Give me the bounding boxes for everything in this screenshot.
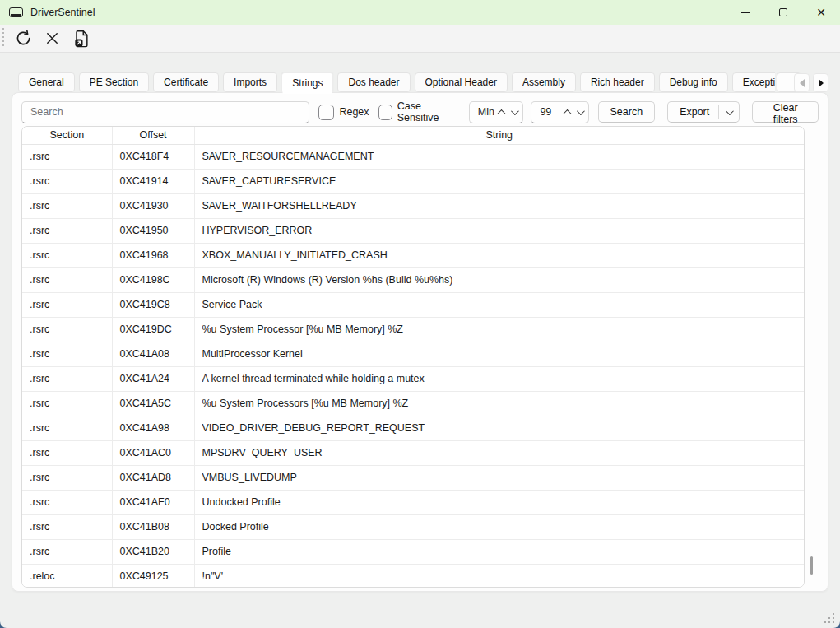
- regex-checkbox[interactable]: [318, 105, 334, 120]
- tab-debug-info[interactable]: Debug info: [659, 72, 728, 92]
- export-label: Export: [668, 106, 718, 118]
- cell-string: SAVER_WAITFORSHELLREADY: [194, 193, 804, 218]
- window-controls: ✕: [726, 0, 840, 25]
- cell-string: MultiProcessor Kernel: [194, 342, 804, 366]
- tab-pe-section[interactable]: PE Section: [79, 72, 149, 92]
- titlebar: DriverSentinel ✕: [0, 0, 840, 25]
- tab-optional-header[interactable]: Optional Header: [415, 72, 508, 92]
- cell-offset: 0XC41A24: [112, 366, 194, 391]
- cell-offset: 0XC41B20: [112, 539, 194, 564]
- case-sensitive-checkbox[interactable]: [378, 105, 392, 120]
- cell-section: .rsrc: [22, 243, 112, 267]
- table-row[interactable]: .rsrc0XC419DC%u System Processor [%u MB …: [22, 317, 804, 342]
- export-split-button[interactable]: Export: [667, 101, 740, 123]
- cell-offset: 0XC4198C: [112, 267, 194, 292]
- tab-dos-header[interactable]: Dos header: [337, 72, 410, 92]
- cell-section: .rsrc: [22, 416, 112, 440]
- cell-section: .rsrc: [22, 169, 112, 193]
- vertical-scrollbar-thumb[interactable]: [810, 556, 813, 575]
- clear-filters-button[interactable]: Clear filters: [752, 101, 819, 123]
- cell-string: Service Pack: [194, 292, 804, 317]
- cell-offset: 0XC41930: [112, 193, 194, 218]
- resize-grip[interactable]: [824, 613, 834, 623]
- table-row[interactable]: .rsrc0XC419C8Service Pack: [22, 292, 804, 317]
- cell-section: .rsrc: [22, 292, 112, 317]
- cell-section: .rsrc: [22, 193, 112, 218]
- cell-string: %u System Processors [%u MB Memory] %Z: [194, 391, 804, 416]
- close-button[interactable]: ✕: [802, 0, 840, 25]
- tab-scroll-left-button[interactable]: [794, 73, 810, 92]
- cell-section: .rsrc: [22, 366, 112, 391]
- spin-down-icon[interactable]: [576, 107, 584, 115]
- cell-section: .rsrc: [22, 514, 112, 539]
- spin-down-icon[interactable]: [511, 107, 519, 115]
- table-row[interactable]: .rsrc0XC41A24A kernel thread terminated …: [22, 366, 804, 391]
- table-row[interactable]: .rsrc0XC4198CMicrosoft (R) Windows (R) V…: [22, 267, 804, 292]
- tab-imports[interactable]: Imports: [223, 72, 277, 92]
- tab-certificate[interactable]: Certificate: [153, 72, 219, 92]
- table-row[interactable]: .reloc0XC49125!n"V': [22, 564, 804, 588]
- toolbar-grip-handle[interactable]: [2, 28, 4, 49]
- cell-offset: 0XC41A08: [112, 342, 194, 366]
- tab-rich-header[interactable]: Rich header: [580, 72, 655, 92]
- cell-section: .rsrc: [22, 465, 112, 490]
- spin-up-icon[interactable]: [563, 109, 571, 117]
- cell-section: .rsrc: [22, 391, 112, 416]
- tab-assembly[interactable]: Assembly: [512, 72, 576, 92]
- cell-string: Microsoft (R) Windows (R) Version %hs (B…: [194, 267, 804, 292]
- refresh-button[interactable]: [13, 28, 33, 49]
- cell-string: !n"V': [194, 564, 804, 588]
- column-header-string[interactable]: String: [194, 127, 804, 144]
- filter-row: Regex Case Sensitive Min 99 Search Expor…: [21, 100, 819, 123]
- maximize-button[interactable]: [764, 0, 802, 25]
- open-file-button[interactable]: [71, 28, 90, 49]
- tab-general[interactable]: General: [18, 72, 75, 92]
- maximize-icon: [779, 8, 787, 16]
- table-row[interactable]: .rsrc0XC41AC0MPSDRV_QUERY_USER: [22, 440, 804, 465]
- max-results-value: 99: [540, 106, 551, 118]
- minimize-icon: [741, 12, 750, 12]
- toolbar: [0, 25, 840, 53]
- table-row[interactable]: .rsrc0XC41B08Docked Profile: [22, 514, 804, 539]
- table-row[interactable]: .rsrc0XC418F4SAVER_RESOURCEMANAGEMENT: [22, 144, 804, 169]
- min-length-spinner[interactable]: Min: [469, 101, 524, 123]
- column-header-section[interactable]: Section: [22, 127, 112, 144]
- cell-section: .rsrc: [22, 267, 112, 292]
- cell-offset: 0XC41A5C: [112, 391, 194, 416]
- cell-section: .rsrc: [22, 218, 112, 243]
- table-row[interactable]: .rsrc0XC41A08MultiProcessor Kernel: [22, 342, 804, 366]
- clear-x-icon: [44, 30, 60, 46]
- max-results-spinner[interactable]: 99: [531, 101, 588, 123]
- cell-offset: 0XC41B08: [112, 514, 194, 539]
- cell-offset: 0XC418F4: [112, 144, 194, 169]
- search-button[interactable]: Search: [598, 101, 656, 123]
- table-row[interactable]: .rsrc0XC41914SAVER_CAPTURESERVICE: [22, 169, 804, 193]
- table-row[interactable]: .rsrc0XC41AD8VMBUS_LIVEDUMP: [22, 465, 804, 490]
- column-header-offset[interactable]: Offset: [112, 127, 194, 144]
- table-row[interactable]: .rsrc0XC41950HYPERVISOR_ERROR: [22, 218, 804, 243]
- cell-string: Profile: [194, 539, 804, 564]
- min-length-value: Min: [478, 106, 494, 118]
- table-row[interactable]: .rsrc0XC41A5C%u System Processors [%u MB…: [22, 391, 804, 416]
- case-sensitive-option: Case Sensitive: [378, 100, 458, 123]
- cell-offset: 0XC419C8: [112, 292, 194, 317]
- minimize-button[interactable]: [726, 0, 764, 25]
- clear-button[interactable]: [42, 28, 62, 49]
- cell-section: .rsrc: [22, 490, 112, 514]
- table-row[interactable]: .rsrc0XC41930SAVER_WAITFORSHELLREADY: [22, 193, 804, 218]
- table-row[interactable]: .rsrc0XC41B20Profile: [22, 539, 804, 564]
- cell-string: HYPERVISOR_ERROR: [194, 218, 804, 243]
- table-row[interactable]: .rsrc0XC41968XBOX_MANUALLY_INITIATED_CRA…: [22, 243, 804, 267]
- table-row[interactable]: .rsrc0XC41A98VIDEO_DRIVER_DEBUG_REPORT_R…: [22, 416, 804, 440]
- export-dropdown-toggle[interactable]: [719, 109, 739, 115]
- spin-up-icon[interactable]: [498, 109, 506, 117]
- table-row[interactable]: .rsrc0XC41AF0Undocked Profile: [22, 490, 804, 514]
- search-input[interactable]: [21, 101, 309, 123]
- chevron-left-icon: [800, 79, 805, 87]
- tab-strings[interactable]: Strings: [281, 72, 333, 94]
- tab-exception[interactable]: Exception: [732, 72, 775, 92]
- tab-strip: GeneralPE SectionCertificateImportsStrin…: [18, 72, 775, 94]
- chevron-down-icon: [726, 107, 734, 115]
- tab-scroll-right-button[interactable]: [813, 73, 828, 92]
- cell-string: A kernel thread terminated while holding…: [194, 366, 804, 391]
